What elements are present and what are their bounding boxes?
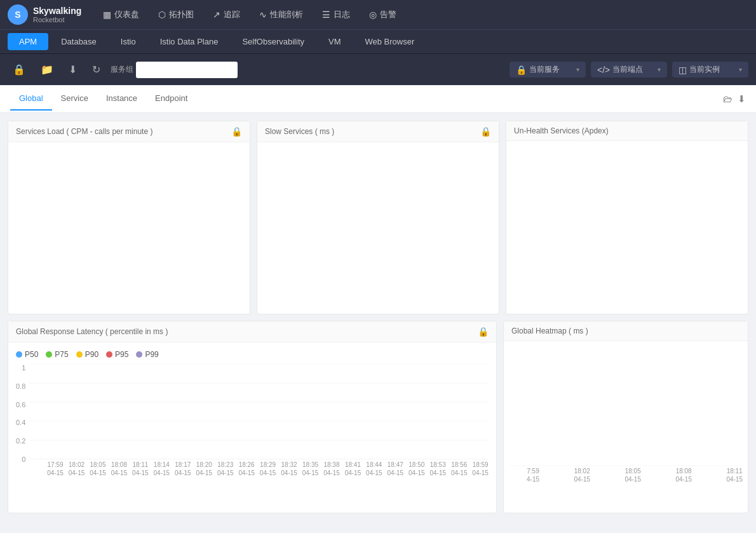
x-axis-labels: 17:5904-1518:0204-1518:0504-1518:0804-15… (29, 459, 489, 477)
legend-label-p99: P99 (145, 350, 158, 359)
second-nav-apm[interactable]: APM (8, 33, 48, 50)
x-label: 18:5004-15 (408, 461, 425, 477)
second-nav-istio_data_plane[interactable]: Istio Data Plane (149, 33, 230, 50)
second-navigation: APMDatabaseIstioIstio Data PlaneSelfObse… (0, 29, 756, 53)
legend-p90: P90 (76, 350, 98, 359)
nav-label-alert: 告警 (380, 9, 396, 20)
y-label: 0.8 (16, 382, 25, 390)
logo-sub: Rocketbot (33, 16, 81, 24)
nav-icon-topology: ⬡ (158, 10, 166, 20)
panel-body-slow_services (257, 142, 499, 314)
current-service-selector[interactable]: 🔒 当前服务 ▾ (510, 62, 586, 78)
legend-p99: P99 (136, 350, 158, 359)
current-instance-label: 当前实例 (689, 64, 720, 75)
x-label: 18:5304-15 (429, 461, 446, 477)
panel-title-services_load: Services Load ( CPM - calls per minute ) (16, 127, 152, 136)
panels-row-1: Services Load ( CPM - calls per minute )… (8, 121, 748, 314)
endpoint-selector-icon: </> (597, 65, 610, 75)
nav-label-dashboard: 仪表盘 (114, 9, 139, 20)
service-chevron-icon: ▾ (576, 66, 579, 73)
top-nav-items: ▦仪表盘⬡拓扑图↗追踪∿性能剖析☰日志◎告警 (94, 5, 405, 24)
heatmap-x-labels: 7:594-1518:0204-1518:0504-1518:0804-1518… (509, 466, 743, 483)
x-label: 18:3204-15 (281, 461, 297, 477)
legend-dot-p50 (16, 351, 22, 358)
panel-title-unhealth_services: Un-Health Services (Apdex) (514, 126, 609, 135)
nav-item-topology[interactable]: ⬡拓扑图 (149, 5, 203, 24)
global-response-latency-panel: Global Response Latency ( percentile in … (8, 321, 497, 513)
tab-download-icon[interactable]: ⬇ (738, 93, 746, 105)
service-group-input[interactable] (136, 62, 238, 78)
global-response-latency-body: P50P75P90P95P99 10.80.60.40.20 (8, 342, 496, 482)
folder-icon[interactable]: 📁 (36, 60, 58, 79)
page-tab-endpoint[interactable]: Endpoint (146, 87, 196, 111)
nav-item-alert[interactable]: ◎告警 (360, 5, 405, 24)
nav-label-trace: 追踪 (224, 9, 240, 20)
x-label: 18:0204-15 (69, 461, 85, 477)
legend-dot-p99 (136, 351, 142, 358)
x-label: 18:5904-15 (472, 461, 489, 477)
x-label: 18:2604-15 (238, 461, 255, 477)
page-tab-service[interactable]: Service (52, 87, 97, 111)
logo-name: Skywalking (33, 6, 81, 16)
legend-dot-p75 (46, 351, 52, 358)
service-group-label: 服务组 (111, 64, 133, 75)
lock-icon-slow_services[interactable]: 🔒 (480, 126, 491, 137)
refresh-icon[interactable]: ↻ (87, 60, 105, 79)
nav-item-profile[interactable]: ∿性能剖析 (250, 5, 312, 24)
second-nav-vm[interactable]: VM (317, 33, 353, 50)
lock-icon-services_load[interactable]: 🔒 (231, 126, 242, 137)
current-instance-selector[interactable]: ◫ 当前实例 ▾ (672, 62, 748, 78)
chart-inner: 17:5904-1518:0204-1518:0504-1518:0804-15… (29, 364, 489, 477)
nav-item-trace[interactable]: ↗追踪 (204, 5, 249, 24)
global-heatmap-header: Global Heatmap ( ms ) (504, 321, 748, 341)
heatmap-x-label: 18:1104-15 (726, 467, 743, 483)
x-label: 18:0804-15 (111, 461, 128, 477)
heatmap-x-label: 18:0204-15 (574, 467, 590, 483)
x-label: 18:1704-15 (175, 461, 191, 477)
global-heatmap-panel: Global Heatmap ( ms ) 7:594-1518:0204-15… (503, 321, 748, 513)
logo-area: S Skywalking Rocketbot (8, 4, 81, 25)
x-label: 17:5904-15 (47, 461, 64, 477)
logo-icon: S (8, 4, 28, 25)
service-selector-lock-icon: 🔒 (516, 65, 527, 75)
endpoint-chevron-icon: ▾ (658, 66, 661, 73)
second-nav-istio[interactable]: Istio (109, 33, 147, 50)
download-icon[interactable]: ⬇ (64, 60, 82, 79)
page-tabs: GlobalServiceInstanceEndpoint 🗁 ⬇ (0, 85, 756, 113)
tab-folder-icon[interactable]: 🗁 (723, 93, 732, 104)
heatmap-chart-wrapper: 7:594-1518:0204-1518:0504-1518:0804-1518… (504, 365, 748, 489)
x-label: 18:0504-15 (90, 461, 106, 477)
nav-item-log[interactable]: ☰日志 (313, 5, 359, 24)
second-nav-items: APMDatabaseIstioIstio Data PlaneSelfObse… (8, 33, 426, 50)
x-label: 18:4104-15 (345, 461, 361, 477)
nav-icon-alert: ◎ (369, 10, 377, 20)
current-service-label: 当前服务 (529, 64, 560, 75)
global-response-latency-lock[interactable]: 🔒 (478, 327, 489, 337)
nav-item-dashboard[interactable]: ▦仪表盘 (94, 5, 148, 24)
y-label: 1 (16, 364, 25, 372)
legend-label-p50: P50 (25, 350, 38, 359)
lock-icon[interactable]: 🔒 (8, 60, 30, 79)
second-nav-database[interactable]: Database (50, 33, 108, 50)
main-content: Services Load ( CPM - calls per minute )… (0, 113, 756, 533)
x-label: 18:4704-15 (388, 461, 404, 477)
x-label: 18:2304-15 (217, 461, 234, 477)
current-endpoint-selector[interactable]: </> 当前端点 ▾ (591, 62, 667, 78)
current-endpoint-label: 当前端点 (612, 64, 643, 75)
global-heatmap-body: 7:594-1518:0204-1518:0504-1518:0804-1518… (504, 341, 748, 513)
second-nav-web_browser[interactable]: Web Browser (354, 33, 426, 50)
second-nav-self_observability[interactable]: SelfObservability (231, 33, 316, 50)
nav-icon-profile: ∿ (259, 10, 267, 20)
legend-label-p95: P95 (115, 350, 128, 359)
global-response-latency-title: Global Response Latency ( percentile in … (16, 327, 168, 336)
panel-header-unhealth_services: Un-Health Services (Apdex) (506, 121, 748, 141)
page-tab-global[interactable]: Global (10, 87, 52, 111)
page-tab-instance[interactable]: Instance (97, 87, 146, 111)
service-group-area: 服务组 (111, 62, 238, 78)
nav-label-log: 日志 (334, 9, 350, 20)
heatmap-x-label: 18:0804-15 (675, 467, 692, 483)
page-tab-items: GlobalServiceInstanceEndpoint (10, 87, 196, 111)
y-label: 0 (16, 455, 25, 463)
nav-icon-trace: ↗ (213, 10, 220, 20)
global-heatmap-title: Global Heatmap ( ms ) (511, 327, 588, 335)
